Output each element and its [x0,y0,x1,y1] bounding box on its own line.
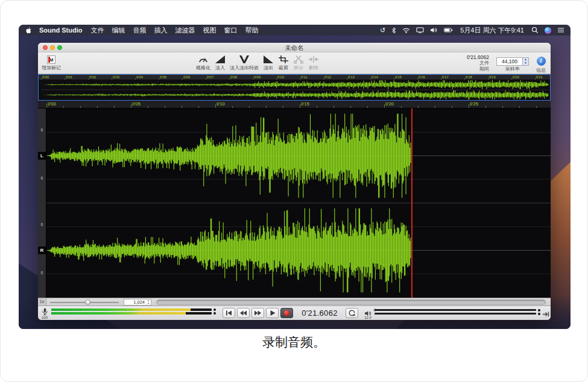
channel-label-right: R [38,246,46,254]
display-icon[interactable] [416,27,424,33]
ruler-tick [367,106,368,108]
window-titlebar[interactable]: 未命名 [38,43,551,52]
menu-datetime[interactable]: 5月4日 周六 下午9:41 [460,26,524,35]
caption-text: 录制音频。 [1,334,587,351]
menu-item-filter[interactable]: 滤波器 [175,26,195,35]
minimize-button[interactable] [50,45,55,50]
skip-to-end-icon[interactable] [542,309,550,320]
rewind-button[interactable] [237,308,250,318]
transport-bar: 100 [38,305,551,320]
ruler-label: 0'21 [536,75,543,80]
apple-menu-icon[interactable] [25,27,31,34]
overview-ruler: 0'000'010'020'030'040'050'060'070'080'09… [39,75,550,80]
sample-rate-stepper[interactable]: ▲▼ [523,57,529,66]
ruler-label: 0'05 [132,101,141,107]
playhead [411,108,413,298]
ruler-label: 0'03 [113,75,119,80]
ruler-label: 0'07 [207,75,213,80]
fast-forward-button[interactable] [251,308,264,318]
go-to-start-button[interactable] [223,308,235,318]
bluetooth-icon[interactable] [391,27,396,34]
input-level-meter [51,308,212,311]
loop-button[interactable] [346,308,358,318]
ruler-label: 0'15 [301,101,309,107]
menu-item-edit[interactable]: 编辑 [112,26,125,35]
zoom-speed[interactable]: 1x [38,298,46,305]
ruler-tick [519,106,520,108]
ruler-tick [198,106,199,108]
volume-icon[interactable] [430,27,438,33]
crop-button[interactable]: 裁剪 [278,54,289,71]
spotlight-icon[interactable] [531,27,539,34]
battery-icon[interactable] [444,28,453,33]
window-title: 未命名 [38,43,551,52]
ruler-label: 0'09 [254,75,261,80]
siri-icon[interactable] [545,27,551,34]
wifi-icon[interactable] [402,27,410,33]
clip-indicator [213,308,216,311]
zoom-slider-thumb[interactable] [85,299,90,305]
scale-label: 6 [38,176,46,180]
delete-button: 删除 [308,54,319,71]
fade-in-button[interactable]: 淡入 [215,54,226,71]
menu-item-audio[interactable]: 音频 [133,26,146,35]
overview-waveform[interactable] [39,80,550,100]
ruler-label: 0'00 [48,101,56,107]
ruler-label: 0'02 [89,75,96,80]
menu-app-name[interactable]: Sound Studio [39,27,82,34]
info-control: i 信息 [536,57,546,74]
ruler-tick [401,106,402,108]
zoom-bar: 1x 1,024 ▲▼ [38,298,551,305]
zoom-button[interactable] [57,45,62,50]
overview-pane[interactable]: 0'000'010'020'030'040'050'060'070'080'09… [38,74,551,101]
zoom-slider-track [50,302,119,303]
menu-item-insert[interactable]: 插入 [154,26,167,35]
ruler-label: 0'04 [136,75,143,80]
ruler-tick [80,106,81,108]
channel-gutter: 6 L 6 6 R 6 [38,108,46,298]
close-button[interactable] [43,45,48,50]
scale-label: 6 [38,271,46,275]
sample-rate-value[interactable]: 44,100 [496,57,523,66]
record-button[interactable] [280,308,293,318]
buffer-size-select[interactable]: 1,024 ▲▼ [124,299,151,305]
ruler-label: 0'11 [301,75,308,80]
menu-item-help[interactable]: 帮助 [245,26,258,35]
menu-bar: Sound Studio 文件 编辑 音频 插入 滤波器 视图 窗口 帮助 ↺ [19,25,571,36]
menu-item-view[interactable]: 视图 [203,26,216,35]
ruler-tick [148,106,148,108]
normalize-button[interactable]: 规格化 [196,54,210,71]
desktop: Sound Studio 文件 编辑 音频 插入 滤波器 视图 窗口 帮助 ↺ [19,25,571,329]
ruler-label: 0'17 [442,75,449,80]
ruler-tick [350,106,351,108]
ruler-tick [334,106,334,108]
zoom-slider[interactable] [50,298,119,305]
menu-item-file[interactable]: 文件 [90,26,104,35]
play-button[interactable] [266,308,279,318]
ruler-tick [418,106,419,108]
ruler-label: 0'05 [160,75,166,80]
ruler-label: 0'10 [277,75,284,80]
fade-in-out-button[interactable]: 淡入淡出特效 [230,54,259,71]
ruler-tick [182,106,182,108]
horizontal-scrollbar[interactable] [156,299,546,305]
notification-center-icon[interactable] [557,27,564,33]
add-marker-button[interactable]: M 增加标记 [42,54,61,71]
add-marker-label: 增加标记 [42,64,61,71]
stereo-waveform[interactable] [46,108,551,298]
fade-out-button[interactable]: 淡出 [263,54,274,71]
waveform-editor[interactable]: 6 L 6 6 R 6 [38,108,551,298]
output-level-meter [375,313,536,315]
ruler-tick [165,106,165,108]
menu-item-window[interactable]: 窗口 [224,26,237,35]
info-button[interactable]: i [537,57,546,66]
crop-icon [278,54,289,64]
buffer-stepper[interactable]: ▲▼ [146,299,151,305]
ruler-tick [435,106,435,108]
sync-icon[interactable]: ↺ [380,27,385,34]
delete-icon [308,54,319,64]
fade-in-out-icon [239,54,250,64]
ruler-tick [131,104,131,108]
time-ruler[interactable]: 0'000'050'100'150'200'250'3 [38,101,551,108]
clip-indicator [213,312,216,315]
